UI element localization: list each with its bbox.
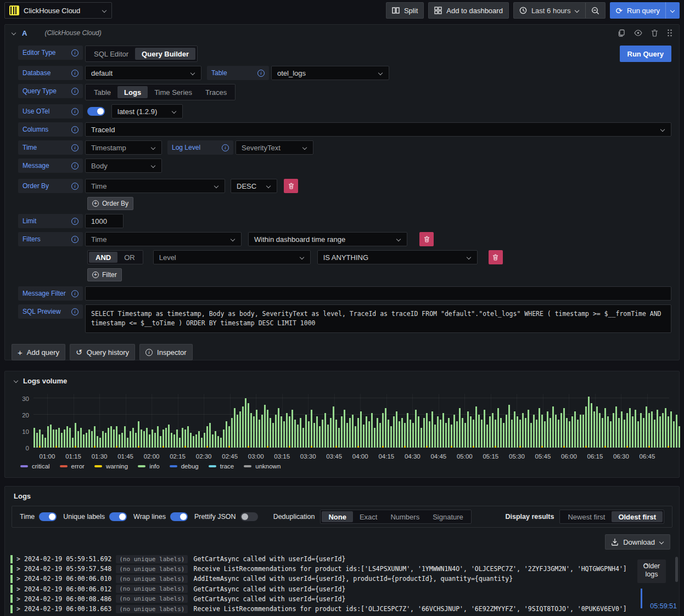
split-button[interactable]: Split [386,2,424,19]
otel-version-select[interactable]: latest (1.2.9) [111,104,183,118]
option-newest-first[interactable]: Newest first [561,511,612,522]
info-icon[interactable]: i [71,108,79,115]
time-column-select[interactable]: Timestamp [85,140,162,155]
query-ref-id[interactable]: A [22,29,27,37]
collapse-chevron-icon[interactable] [12,31,16,36]
option-or[interactable]: OR [117,252,142,263]
option-table[interactable]: Table [87,86,117,98]
legend-item-warning[interactable]: warning [94,463,128,470]
option-oldest-first[interactable]: Oldest first [612,511,663,522]
add-order-by-button[interactable]: +Order By [87,197,133,210]
filter2-operator-select[interactable]: IS ANYTHING [317,250,478,264]
legend-item-unknown[interactable]: unknown [244,463,281,470]
add-query-button[interactable]: + Add query [12,344,65,360]
hide-query-eye-icon[interactable] [634,30,642,36]
legend-item-trace[interactable]: trace [209,463,234,470]
run-query-button[interactable]: ⟳ Run query [610,7,665,15]
log-row[interactable]: >2024-02-19 05:59:57.548(no unique label… [10,564,677,574]
legend-item-debug[interactable]: debug [170,463,199,470]
option-time-series[interactable]: Time Series [148,86,199,98]
info-icon[interactable]: i [71,308,79,315]
expand-row-icon[interactable]: > [16,595,24,603]
collapse-chevron-icon[interactable] [14,378,19,383]
duplicate-query-icon[interactable] [618,29,625,37]
expand-row-icon[interactable]: > [16,605,24,613]
option-exact[interactable]: Exact [353,511,384,522]
older-logs-button[interactable]: Older logs [637,560,666,583]
zoom-out-button[interactable] [585,3,605,18]
add-filter-button[interactable]: +Filter [87,268,122,281]
remove-filter2-button[interactable] [489,250,503,264]
info-icon[interactable]: i [257,70,265,77]
option-signature[interactable]: Signature [426,511,470,522]
scrollbar-thumb[interactable] [675,557,678,582]
download-button[interactable]: Download [605,534,670,550]
remove-order-by-button[interactable] [284,179,298,193]
bar [421,428,422,448]
datasource-picker[interactable]: ClickHouse Cloud [4,2,112,19]
log-row[interactable]: >2024-02-19 05:59:51.692(no unique label… [10,554,677,564]
info-icon[interactable]: i [71,236,79,243]
logs-volume-chart[interactable]: 0102030 01:0001:1501:3001:4502:0002:1502… [14,392,670,460]
remove-query-trash-icon[interactable] [651,29,658,37]
info-icon[interactable]: i [71,218,79,225]
bar [242,406,244,448]
option-and[interactable]: AND [89,252,117,263]
drag-handle-icon[interactable] [667,29,672,37]
info-icon[interactable]: i [71,144,79,151]
bar [475,406,477,448]
toggle-switch[interactable] [109,512,127,521]
filter-operator-select[interactable]: Within dashboard time range [248,232,407,246]
legend-item-critical[interactable]: critical [20,463,50,470]
option-traces[interactable]: Traces [199,86,233,98]
run-query-dropdown[interactable] [665,2,680,19]
query-history-button[interactable]: ↺ Query history [70,344,135,360]
message-column-select[interactable]: Body [85,159,162,173]
database-select[interactable]: default [85,66,201,80]
expand-row-icon[interactable]: > [16,575,24,583]
message-filter-input[interactable] [85,286,671,301]
inspector-button[interactable]: i Inspector [139,344,192,360]
info-icon[interactable]: i [71,49,79,56]
legend-item-info[interactable]: info [138,463,160,470]
info-icon[interactable]: i [71,88,79,95]
option-none[interactable]: None [322,511,353,522]
bar [193,436,194,448]
toggle-switch[interactable] [240,512,258,521]
expand-row-icon[interactable]: > [16,585,24,593]
order-by-field-select[interactable]: Time [85,179,225,193]
info-icon[interactable]: i [222,144,229,151]
option-logs[interactable]: Logs [117,86,148,98]
time-range-button[interactable]: Last 6 hours [514,3,586,18]
table-select[interactable]: otel_logs [271,66,389,80]
legend-item-error[interactable]: error [60,463,85,470]
info-icon[interactable]: i [71,126,79,133]
expand-row-icon[interactable]: > [16,565,24,573]
info-icon[interactable]: i [71,290,79,297]
filter-field-select[interactable]: Time [85,232,242,246]
info-icon[interactable]: i [71,162,79,169]
chart-plot-area[interactable] [33,394,669,448]
info-icon[interactable]: i [71,183,79,190]
order-by-direction-select[interactable]: DESC [231,179,277,193]
option-numbers[interactable]: Numbers [384,511,426,522]
columns-multiselect[interactable]: TraceId [85,122,671,137]
log-row[interactable]: >2024-02-19 06:00:06.010(no unique label… [10,574,677,584]
toggle-switch[interactable] [39,512,57,521]
run-query-editor-button[interactable]: Run Query [620,46,671,62]
log-row[interactable]: >2024-02-19 06:00:18.663(no unique label… [10,604,677,614]
option-query-builder[interactable]: Query Builder [135,48,195,60]
info-icon[interactable]: i [71,70,79,77]
log-row[interactable]: >2024-02-19 06:00:08.486(no unique label… [10,594,677,604]
toggle-switch[interactable] [170,512,188,521]
log-level-select[interactable]: SeverityText [236,140,313,155]
expand-row-icon[interactable]: > [16,555,24,563]
log-message: AddItemAsync called with userId={userId}… [193,575,513,583]
filter2-field-select[interactable]: Level [153,250,311,264]
log-row[interactable]: >2024-02-19 06:00:06.012(no unique label… [10,584,677,594]
remove-filter-button[interactable] [419,232,434,246]
limit-input[interactable] [85,214,124,228]
add-to-dashboard-button[interactable]: Add to dashboard [428,2,509,19]
option-sql-editor[interactable]: SQL Editor [87,48,135,60]
use-otel-toggle[interactable] [87,107,105,116]
